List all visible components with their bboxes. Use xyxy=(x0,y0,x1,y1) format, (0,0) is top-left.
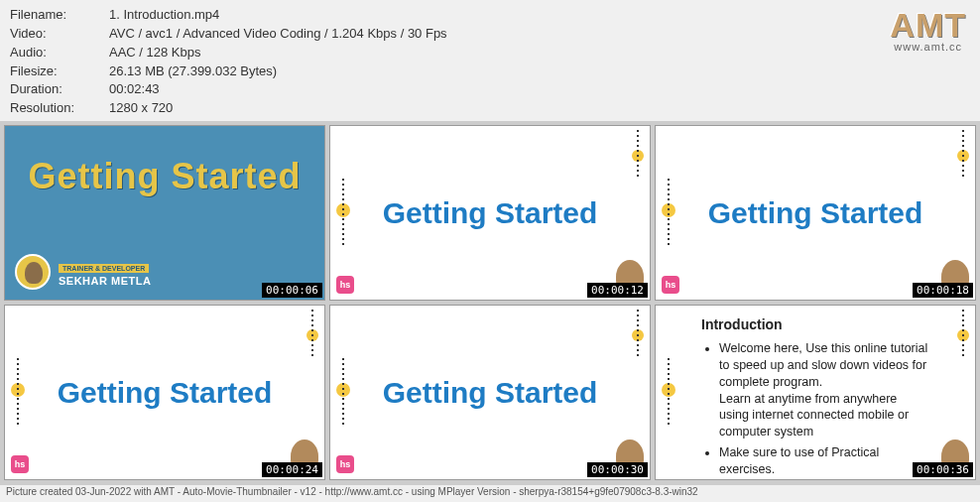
decoration-right-icon xyxy=(626,310,644,359)
thumbnail-2: Getting Started hs 00:00:12 xyxy=(329,125,651,301)
hs-badge-icon: hs xyxy=(336,455,354,473)
slide-title: Getting Started xyxy=(708,196,923,230)
decoration-left-icon xyxy=(662,179,679,248)
content-heading: Introduction xyxy=(701,315,929,334)
bullet-2: Make sure to use of Practical exercises. xyxy=(719,444,929,478)
label-resolution: Resolution: xyxy=(10,99,109,118)
label-filename: Filename: xyxy=(10,6,109,25)
watermark-url: www.amt.cc xyxy=(890,41,966,53)
author-role: TRAINER & DEVELOPER xyxy=(59,264,149,273)
value-filename: 1. Introduction.mp4 xyxy=(109,6,970,25)
value-audio: AAC / 128 Kbps xyxy=(109,44,970,63)
content-bullets: Welcome here, Use this online tutorial t… xyxy=(701,340,929,478)
footer-text: Picture created 03-Jun-2022 with AMT - A… xyxy=(0,484,980,502)
decoration-left-icon xyxy=(11,358,29,428)
slide-title: Getting Started xyxy=(383,376,598,410)
decoration-right-icon xyxy=(301,310,318,359)
decoration-left-icon xyxy=(662,358,679,428)
value-duration: 00:02:43 xyxy=(109,80,970,99)
label-filesize: Filesize: xyxy=(10,63,109,81)
thumbnail-3: Getting Started hs 00:00:18 xyxy=(655,125,976,301)
value-video: AVC / avc1 / Advanced Video Coding / 1.2… xyxy=(109,25,970,44)
bullet-1: Welcome here, Use this online tutorial t… xyxy=(719,340,929,440)
timestamp: 00:00:30 xyxy=(587,462,648,477)
timestamp: 00:00:06 xyxy=(262,283,322,298)
avatar xyxy=(15,254,51,290)
label-duration: Duration: xyxy=(10,80,109,99)
value-resolution: 1280 x 720 xyxy=(109,99,970,118)
decoration-right-icon xyxy=(626,130,644,180)
thumbnail-6: Introduction Welcome here, Use this onli… xyxy=(655,305,976,480)
hs-badge-icon: hs xyxy=(336,276,354,294)
value-filesize: 26.13 MB (27.399.032 Bytes) xyxy=(109,63,970,81)
slide-title: Getting Started xyxy=(5,126,324,197)
hs-badge-icon: hs xyxy=(662,276,679,294)
author-name: SEKHAR METLA xyxy=(59,275,151,287)
timestamp: 00:00:24 xyxy=(262,462,322,477)
thumbnail-5: Getting Started hs 00:00:30 xyxy=(329,305,651,480)
watermark-logo: AMT xyxy=(890,6,966,45)
label-video: Video: xyxy=(10,25,109,44)
label-audio: Audio: xyxy=(10,44,109,63)
metadata-header: Filename:1. Introduction.mp4 Video:AVC /… xyxy=(0,0,980,121)
author-block: TRAINER & DEVELOPER SEKHAR METLA xyxy=(15,254,151,290)
thumbnail-grid: Getting Started TRAINER & DEVELOPER SEKH… xyxy=(0,121,980,484)
timestamp: 00:00:18 xyxy=(913,283,973,298)
thumbnail-4: Getting Started hs 00:00:24 xyxy=(4,305,325,480)
decoration-right-icon xyxy=(951,310,969,359)
timestamp: 00:00:12 xyxy=(587,283,648,298)
slide-title: Getting Started xyxy=(58,376,273,410)
decoration-right-icon xyxy=(951,130,969,180)
decoration-left-icon xyxy=(336,358,354,428)
decoration-left-icon xyxy=(336,179,354,248)
watermark: AMT www.amt.cc xyxy=(890,6,966,53)
slide-title: Getting Started xyxy=(383,196,598,230)
thumbnail-1: Getting Started TRAINER & DEVELOPER SEKH… xyxy=(4,125,325,301)
hs-badge-icon: hs xyxy=(11,455,29,473)
timestamp: 00:00:36 xyxy=(913,462,973,477)
